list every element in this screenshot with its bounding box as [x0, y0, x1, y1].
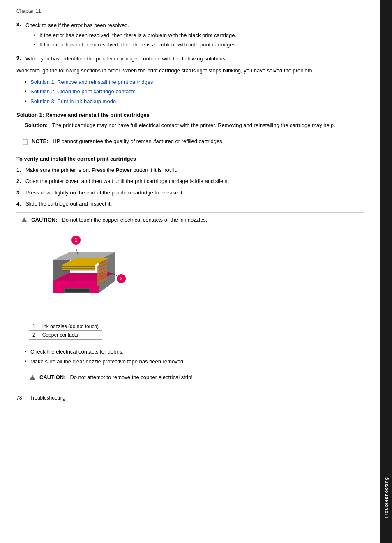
caution-1-label: CAUTION: [31, 217, 58, 223]
solution-label: Solution: [25, 122, 48, 128]
triangle-icon-2 [30, 375, 35, 380]
step-8-num: 8. [16, 21, 25, 51]
step-8-bullets: If the error has been resolved, then the… [34, 31, 364, 49]
bullet-list-2: Check the electrical contacts for debris… [25, 348, 364, 365]
step-1-num: 1. [16, 166, 25, 174]
footer-area: 78 Troubleshooting [16, 393, 364, 401]
list-item: If the error has been resolved, then the… [34, 31, 364, 39]
note-box: 📋 NOTE: HP cannot guarantee the quality … [16, 134, 364, 150]
step-3-num: 3. [16, 189, 25, 197]
svg-rect-12 [65, 289, 89, 292]
cartridge-svg: 1 2 [29, 236, 136, 318]
step-3: 3. Press down lightly on the end of the … [16, 189, 364, 197]
step-9: 9. When you have identified the problem … [16, 55, 364, 63]
step-2: 2. Open the printer cover, and then wait… [16, 177, 364, 185]
sub-heading: To verify and install the correct print … [16, 156, 364, 162]
list-item: Check the electrical contacts for debris… [25, 348, 364, 356]
caution-2-text: Do not attempt to remove the copper elec… [70, 374, 192, 380]
note-content: NOTE: HP cannot guarantee the quality of… [32, 137, 224, 146]
step-9-content: When you have identified the problem car… [25, 55, 364, 63]
legend-row-2: 2 Copper contacts [29, 331, 102, 340]
solution-body: The print cartridge may not have full el… [52, 122, 335, 128]
caution-2-content: CAUTION: Do not attempt to remove the co… [39, 373, 193, 381]
svg-marker-5 [62, 265, 95, 270]
page-wrapper: Chapter 11 8. Check to see if the error … [0, 0, 392, 543]
main-content: Chapter 11 8. Check to see if the error … [0, 0, 380, 543]
caution-1-content: CAUTION: Do not touch the copper electri… [31, 216, 207, 224]
list-item[interactable]: Solution 2: Clean the print cartridge co… [25, 88, 364, 96]
caution-1-text: Do not touch the copper electrical conta… [62, 217, 207, 223]
caution-triangle-2 [30, 373, 36, 381]
caution-box-2: CAUTION: Do not attempt to remove the co… [25, 370, 364, 385]
solution-text: Solution: The print cartridge may not ha… [16, 121, 364, 129]
step-4: 4. Slide the cartridge out and inspect i… [16, 200, 364, 208]
list-item[interactable]: Solution 1: Remove and reinstall the pri… [25, 78, 364, 86]
solution-links: Solution 1: Remove and reinstall the pri… [25, 78, 364, 106]
legend-text-1: Ink nozzles (do not touch) [39, 322, 102, 331]
footer-page: 78 [16, 395, 22, 401]
callout-2-label: 2 [120, 276, 123, 282]
step-4-content: Slide the cartridge out and inspect it: [25, 200, 364, 208]
side-tab: Troubleshooting [380, 0, 392, 543]
caution-triangle-1 [21, 216, 28, 224]
solution-1-link[interactable]: Solution 1: Remove and reinstall the pri… [30, 79, 153, 85]
solution1-heading: Solution 1: Remove and reinstall the pri… [16, 112, 364, 118]
step-8: 8. Check to see if the error has been re… [16, 21, 364, 51]
list-item: If the error has not been resolved, then… [34, 41, 364, 49]
steps-list: 1. Make sure the printer is on. Press th… [16, 166, 364, 208]
callout-1: 1 [71, 236, 81, 245]
step-3-content: Press down lightly on the end of the pro… [25, 189, 364, 197]
step-8-content: Check to see if the error has been resol… [25, 21, 364, 51]
note-icon: 📋 [21, 138, 28, 146]
list-item[interactable]: Solution 3: Print in ink-backup mode [25, 97, 364, 106]
legend-num-1: 1 [29, 322, 39, 331]
list-item: Make sure all the clear nozzle protectiv… [25, 358, 364, 366]
triangle-icon-1 [21, 217, 27, 222]
step-2-content: Open the printer cover, and then wait un… [25, 177, 364, 185]
note-text: HP cannot guarantee the quality of reman… [53, 138, 224, 144]
legend-row-1: 1 Ink nozzles (do not touch) [29, 322, 102, 331]
callout-1-label: 1 [75, 237, 78, 243]
step-4-num: 4. [16, 200, 25, 208]
step-9-text: When you have identified the problem car… [25, 55, 227, 62]
side-tab-text: Troubleshooting [384, 477, 389, 518]
callout-2: 2 [117, 274, 126, 283]
caution-box-1: CAUTION: Do not touch the copper electri… [16, 212, 364, 228]
caution-2-label: CAUTION: [39, 374, 66, 380]
note-label: NOTE: [32, 138, 48, 144]
step-9-num: 9. [16, 55, 25, 63]
legend-num-2: 2 [29, 331, 39, 340]
solution-2-link[interactable]: Solution 2: Clean the print cartridge co… [30, 88, 136, 95]
footer-left: 78 Troubleshooting [16, 395, 65, 401]
intro-paragraph: Work through the following sections in o… [16, 67, 364, 75]
chapter-header: Chapter 11 [16, 8, 364, 14]
step-1-content: Make sure the printer is on. Press the P… [25, 166, 364, 174]
legend-text-2: Copper contacts [39, 331, 102, 340]
step-8-text: Check to see if the error has been resol… [25, 22, 129, 28]
cartridge-image-area: 1 2 1 Ink nozzles (do not touch) 2 Coppe… [29, 236, 364, 340]
step-1: 1. Make sure the printer is on. Press th… [16, 166, 364, 174]
legend-table: 1 Ink nozzles (do not touch) 2 Copper co… [29, 322, 102, 340]
footer-label: Troubleshooting [30, 395, 65, 401]
power-bold: Power [116, 167, 132, 173]
step-2-num: 2. [16, 177, 25, 185]
solution-3-link[interactable]: Solution 3: Print in ink-backup mode [30, 98, 116, 104]
